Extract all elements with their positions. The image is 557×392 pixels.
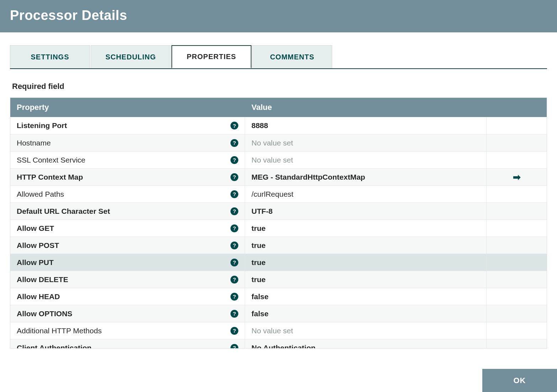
property-cell: Allow OPTIONS? [10,305,245,322]
help-icon[interactable]: ? [230,242,238,249]
table-row[interactable]: Listening Port?8888 [10,117,547,134]
help-icon[interactable]: ? [230,224,238,232]
table-row[interactable]: Allow GET?true [10,219,547,237]
help-icon[interactable]: ? [230,327,238,335]
table-row[interactable]: Additional HTTP Methods?No value set [10,322,547,339]
property-cell: Client Authentication? [10,339,245,348]
value-cell[interactable]: No value set [245,322,486,339]
help-icon[interactable]: ? [230,139,238,147]
property-value: false [251,292,269,301]
processor-details-dialog: Processor Details SETTINGSSCHEDULINGPROP… [0,0,557,392]
link-cell[interactable]: ➡ [486,169,547,185]
value-cell[interactable]: No Authentication [245,339,486,348]
help-icon[interactable]: ? [230,276,238,284]
link-cell [486,305,547,322]
link-cell [486,152,547,168]
value-cell[interactable]: No value set [245,152,486,168]
value-cell[interactable]: true [245,271,486,288]
property-name: Listening Port [17,121,67,130]
property-cell: Additional HTTP Methods? [10,322,245,339]
link-cell [486,220,547,237]
table-header: Property Value [10,98,547,117]
help-icon[interactable]: ? [230,173,238,181]
table-body[interactable]: Listening Port?8888Hostname?No value set… [10,117,547,348]
ok-button[interactable]: OK [482,369,557,392]
tab-row: SETTINGSSCHEDULINGPROPERTIESCOMMENTS [10,45,547,69]
property-value: true [251,224,266,233]
table-row[interactable]: Default URL Character Set?UTF-8 [10,202,547,219]
dialog-header: Processor Details [0,0,557,32]
value-cell[interactable]: true [245,254,486,271]
help-icon[interactable]: ? [230,344,238,349]
help-icon[interactable]: ? [230,293,238,301]
property-value: true [251,241,266,250]
link-cell [486,322,547,339]
help-icon[interactable]: ? [230,190,238,198]
help-icon[interactable]: ? [230,156,238,164]
table-row[interactable]: SSL Context Service?No value set [10,151,547,168]
link-cell [486,203,547,219]
link-cell [486,288,547,305]
tab-properties[interactable]: PROPERTIES [171,45,251,68]
link-cell [486,186,547,202]
table-row[interactable]: Hostname?No value set [10,134,547,151]
value-cell[interactable]: No value set [245,134,486,151]
property-value: UTF-8 [251,207,273,216]
table-row[interactable]: Allow HEAD?false [10,288,547,305]
property-name: HTTP Context Map [17,173,83,181]
help-icon[interactable]: ? [230,310,238,318]
property-value: No Authentication [251,344,315,349]
help-icon[interactable]: ? [230,259,238,266]
table-row[interactable]: HTTP Context Map?MEG - StandardHttpConte… [10,168,547,185]
property-value: No value set [251,327,293,335]
property-name: Allow DELETE [17,275,68,284]
property-value: true [251,275,266,284]
value-cell[interactable]: /curlRequest [245,186,486,202]
table-row[interactable]: Allow POST?true [10,237,547,254]
property-value: No value set [251,139,293,147]
property-value: /curlRequest [251,190,293,198]
link-cell [486,339,547,348]
value-cell[interactable]: true [245,220,486,237]
property-cell: Allow DELETE? [10,271,245,288]
value-cell[interactable]: false [245,288,486,305]
value-cell[interactable]: 8888 [245,117,486,134]
value-cell[interactable]: false [245,305,486,322]
value-cell[interactable]: UTF-8 [245,203,486,219]
property-name: SSL Context Service [17,156,85,164]
property-value: No value set [251,156,293,164]
table-row[interactable]: Client Authentication?No Authentication [10,339,547,348]
tab-comments[interactable]: COMMENTS [252,45,332,68]
goto-service-icon[interactable]: ➡ [513,173,521,182]
property-cell: Allow PUT? [10,254,245,271]
help-icon[interactable]: ? [230,207,238,215]
table-row[interactable]: Allow OPTIONS?false [10,305,547,322]
property-cell: Allow POST? [10,237,245,254]
property-name: Allow OPTIONS [17,309,72,318]
property-value: 8888 [251,121,268,130]
property-cell: Default URL Character Set? [10,203,245,219]
table-row[interactable]: Allow PUT?true [10,254,547,271]
dialog-title: Processor Details [10,8,547,23]
property-cell: Allow GET? [10,220,245,237]
dialog-body: SETTINGSSCHEDULINGPROPERTIESCOMMENTS Req… [0,32,557,349]
property-name: Client Authentication [17,344,91,349]
property-name: Default URL Character Set [17,207,110,216]
help-icon[interactable]: ? [230,122,238,129]
link-cell [486,271,547,288]
value-cell[interactable]: true [245,237,486,254]
property-value: false [251,309,269,318]
column-header-value: Value [245,98,547,117]
table-row[interactable]: Allowed Paths?/curlRequest [10,185,547,202]
link-cell [486,237,547,254]
property-name: Allow GET [17,224,54,233]
property-cell: Hostname? [10,134,245,151]
property-name: Allow PUT [17,258,54,267]
tab-settings[interactable]: SETTINGS [10,45,90,68]
required-field-label: Required field [12,82,547,91]
tab-scheduling[interactable]: SCHEDULING [91,45,171,68]
value-cell[interactable]: MEG - StandardHttpContextMap [245,169,486,185]
property-cell: Allow HEAD? [10,288,245,305]
table-row[interactable]: Allow DELETE?true [10,271,547,288]
property-name: Allow POST [17,241,59,250]
